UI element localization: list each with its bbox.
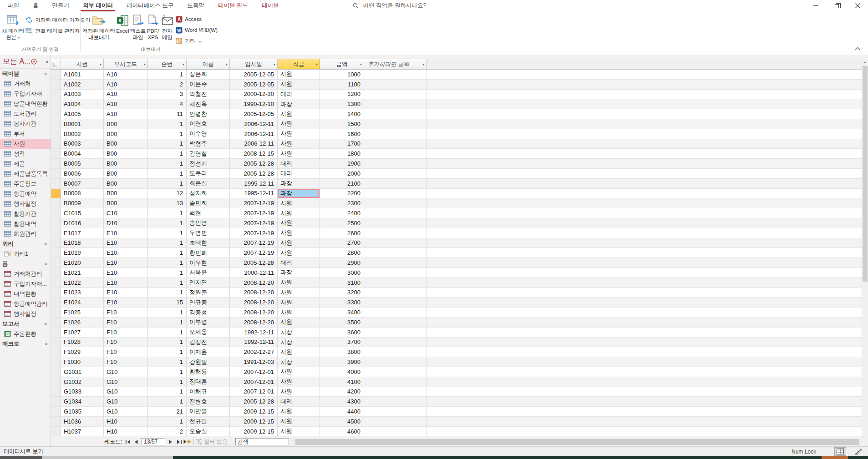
current-row-selector[interactable] xyxy=(51,189,61,198)
expand-group-icon[interactable]: « xyxy=(43,343,49,345)
cell[interactable]: 2002-12-27 xyxy=(230,347,278,357)
tab-6[interactable]: 테이블 필드 xyxy=(211,0,255,11)
nav-item-거래처관리[interactable]: 거래처관리 xyxy=(0,269,51,279)
cell[interactable]: 이해규 xyxy=(187,387,230,397)
cell[interactable]: B0006 xyxy=(61,169,104,178)
cell[interactable]: 2007-12-19 xyxy=(230,248,278,257)
new-record-button[interactable] xyxy=(183,438,191,445)
cell[interactable]: 조태현 xyxy=(187,238,230,248)
cell[interactable]: G10 xyxy=(104,397,148,406)
cell[interactable]: B0001 xyxy=(61,119,104,129)
cell[interactable]: B00 xyxy=(104,159,148,168)
cell[interactable]: 1990-12-10 xyxy=(230,99,278,109)
column-dropdown-icon[interactable]: ▾ xyxy=(144,62,146,66)
cell[interactable]: E10 xyxy=(104,298,148,307)
cell[interactable]: 성은희 xyxy=(187,70,230,79)
cell[interactable]: 1 xyxy=(148,129,187,139)
cell[interactable]: 차장 xyxy=(278,328,320,337)
add-column-cell[interactable] xyxy=(364,80,426,89)
add-column-cell[interactable] xyxy=(364,258,426,267)
cell[interactable]: 대리 xyxy=(278,169,320,178)
shutter-bar-close-icon[interactable]: « xyxy=(46,58,49,65)
cell[interactable]: D1016 xyxy=(61,218,104,228)
cell[interactable]: 사원 xyxy=(278,407,320,416)
row-selector[interactable] xyxy=(51,198,61,208)
cell[interactable]: 1200 xyxy=(320,90,364,99)
cell[interactable]: 1 xyxy=(148,119,187,129)
cell[interactable]: 2008-12-20 xyxy=(230,318,278,327)
row-selector[interactable] xyxy=(51,318,61,327)
scroll-up-arrow[interactable]: ▲ xyxy=(862,59,868,66)
cell[interactable]: C1015 xyxy=(61,208,104,218)
cell[interactable]: 1 xyxy=(148,159,187,168)
cell[interactable]: E1021 xyxy=(61,268,104,277)
cell[interactable]: F1027 xyxy=(61,328,104,337)
cell[interactable]: 3700 xyxy=(320,338,364,347)
tab-1[interactable]: 홈 xyxy=(26,0,46,11)
cell[interactable]: F1030 xyxy=(61,357,104,367)
horizontal-scrollbar-thumb[interactable] xyxy=(295,439,859,445)
cell[interactable]: 사원 xyxy=(278,238,320,248)
collapse-group-icon[interactable]: « xyxy=(43,72,49,75)
collapse-ribbon-button[interactable] xyxy=(855,44,861,52)
cell[interactable]: E1024 xyxy=(61,298,104,307)
row-selector[interactable] xyxy=(51,109,61,119)
export-more-button[interactable]: 기타 xyxy=(174,36,219,45)
cell[interactable]: 1 xyxy=(148,367,187,377)
cell[interactable]: A1002 xyxy=(61,80,104,89)
cell[interactable]: 4600 xyxy=(320,427,364,436)
cell[interactable]: 3100 xyxy=(320,278,364,288)
cell[interactable]: 2005-12-28 xyxy=(230,159,278,168)
row-selector[interactable] xyxy=(51,149,61,158)
cell[interactable]: 1900 xyxy=(320,159,364,168)
saved-exports-button[interactable]: 저장된 데이터내보내기 xyxy=(82,13,115,40)
next-record-button[interactable] xyxy=(167,438,175,445)
column-header-3[interactable]: 이름▾ xyxy=(187,59,230,70)
cell[interactable]: G10 xyxy=(104,367,148,377)
column-header-0[interactable]: 사번▾ xyxy=(61,59,104,70)
nav-group-header-2[interactable]: 폼« xyxy=(0,259,51,269)
cell[interactable]: 채진욱 xyxy=(187,99,230,109)
cell[interactable]: 1400 xyxy=(320,109,364,119)
cell[interactable]: F1029 xyxy=(61,347,104,357)
cell[interactable]: F10 xyxy=(104,347,148,357)
cell[interactable]: 11 xyxy=(148,109,187,119)
cell[interactable]: H10 xyxy=(104,417,148,426)
cell[interactable]: 4 xyxy=(148,99,187,109)
cell[interactable]: 4300 xyxy=(320,397,364,406)
cell[interactable]: 1 xyxy=(148,268,187,277)
cell[interactable]: B00 xyxy=(104,198,148,208)
cell[interactable]: 사원 xyxy=(278,298,320,307)
nav-item-회원관리[interactable]: 회원관리 xyxy=(0,229,51,239)
add-column-cell[interactable] xyxy=(364,189,426,198)
cell[interactable]: 1 xyxy=(148,228,187,238)
nav-group-header-1[interactable]: 쿼리« xyxy=(0,239,51,249)
add-column-cell[interactable] xyxy=(364,298,426,307)
cell[interactable]: 안병찬 xyxy=(187,109,230,119)
cell[interactable]: 사원 xyxy=(278,387,320,397)
cell[interactable]: 2005-12-28 xyxy=(230,397,278,406)
cell[interactable]: 12 xyxy=(148,189,187,198)
cell[interactable]: 2200 xyxy=(320,189,364,198)
row-selector[interactable] xyxy=(51,238,61,248)
cell[interactable]: 안지연 xyxy=(187,278,230,288)
cell[interactable]: 송인영 xyxy=(187,218,230,228)
cell[interactable]: 2008-12-20 xyxy=(230,278,278,288)
minimize-button[interactable] xyxy=(805,0,826,11)
column-header-1[interactable]: 부서코드▾ xyxy=(104,59,148,70)
cell[interactable]: 2400 xyxy=(320,208,364,218)
row-selector[interactable] xyxy=(51,298,61,307)
add-column-cell[interactable] xyxy=(364,238,426,248)
cell[interactable]: 이만열 xyxy=(187,407,230,416)
add-column-cell[interactable] xyxy=(364,357,426,367)
cell[interactable]: 사원 xyxy=(278,119,320,129)
export-pdf-xps-button[interactable]: PDF/XPS xyxy=(146,13,160,40)
cell[interactable]: 과장 xyxy=(278,268,320,277)
cell[interactable]: A1005 xyxy=(61,109,104,119)
add-column-cell[interactable] xyxy=(364,179,426,188)
cell[interactable]: E10 xyxy=(104,268,148,277)
row-selector[interactable] xyxy=(51,308,61,317)
cell[interactable]: A1004 xyxy=(61,99,104,109)
cell[interactable]: 대리 xyxy=(278,258,320,267)
cell[interactable]: E10 xyxy=(104,288,148,298)
